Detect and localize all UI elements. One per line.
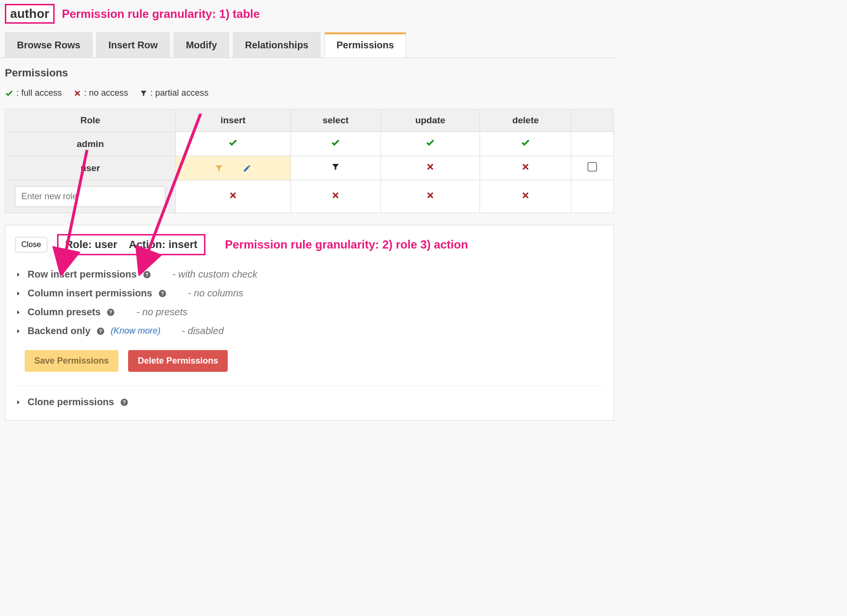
perm-cell[interactable] [291,156,380,180]
chevron-right-icon[interactable] [15,290,22,297]
svg-text:?: ? [109,309,112,315]
perm-cell[interactable] [480,132,571,156]
cross-icon [521,191,530,200]
perm-label: Column presets [28,307,101,318]
filter-icon [215,164,223,173]
help-icon[interactable]: ? [96,327,105,336]
detail-role-label: Role: user [65,238,117,251]
save-permissions-button[interactable]: Save Permissions [25,350,118,372]
col-select: select [291,109,380,132]
button-row: Save Permissions Delete Permissions [15,340,604,386]
chevron-right-icon[interactable] [15,328,22,335]
legend-none: : no access [73,88,128,98]
perm-label: Backend only [28,325,90,337]
clone-row: Clone permissions ? [15,386,604,411]
tab-permissions[interactable]: Permissions [324,32,406,58]
cross-icon [73,89,81,97]
perm-cell[interactable] [380,156,480,180]
chevron-right-icon[interactable] [15,271,22,278]
filter-icon [331,162,340,171]
delete-permissions-button[interactable]: Delete Permissions [128,350,228,372]
annotation-top: Permission rule granularity: 1) table [62,7,260,21]
check-icon [331,138,340,147]
perm-row: Row insert permissions ? - with custom c… [15,265,604,284]
help-icon[interactable]: ? [158,289,167,298]
svg-text:?: ? [123,399,126,405]
role-cell-user: user [5,156,176,180]
cross-icon [521,162,530,171]
close-button[interactable]: Close [15,237,47,252]
table-header-row: author Permission rule granularity: 1) t… [0,0,619,28]
perm-cell[interactable] [380,180,480,213]
legend-none-label: : no access [84,88,128,98]
legend: : full access : no access : partial acce… [5,88,614,98]
checkbox-icon[interactable] [587,162,597,172]
chevron-right-icon[interactable] [15,399,22,406]
legend-partial: : partial access [140,88,208,98]
tab-insert-row[interactable]: Insert Row [96,32,170,58]
perm-label: Column insert permissions [28,288,152,299]
perm-cell[interactable] [571,156,613,180]
tabs: Browse Rows Insert Row Modify Relationsh… [0,28,619,58]
table-row: user [5,156,614,180]
svg-text:?: ? [99,328,102,334]
legend-partial-label: : partial access [150,88,208,98]
table-header-row: Role insert select update delete [5,109,614,132]
perm-row: Backend only ? (Know more) - disabled [15,322,604,340]
table-row: admin [5,132,614,156]
help-icon[interactable]: ? [143,270,151,279]
cross-icon [331,191,340,200]
perm-cell[interactable] [480,156,571,180]
perm-cell[interactable] [380,132,480,156]
chevron-right-icon[interactable] [15,309,22,316]
perm-suffix: - no columns [188,288,244,299]
section-title: Permissions [5,67,614,79]
tab-relationships[interactable]: Relationships [233,32,321,58]
check-icon [228,138,238,147]
new-role-input[interactable] [15,186,165,207]
perm-row: Column presets ? - no presets [15,303,604,322]
col-delete: delete [480,109,571,132]
permissions-table: Role insert select update delete admin u… [5,109,614,213]
perm-cell-highlighted[interactable] [175,156,291,180]
svg-text:?: ? [161,290,164,296]
perm-cell [571,180,613,213]
perm-cell[interactable] [291,132,380,156]
perm-suffix: - no presets [136,307,188,318]
detail-header: Close Role: user Action: insert Permissi… [15,234,604,255]
cross-icon [426,162,435,171]
filter-icon [140,89,147,97]
clone-label: Clone permissions [28,396,114,408]
help-icon[interactable]: ? [106,308,115,317]
legend-full: : full access [5,88,62,98]
cross-icon [229,191,237,200]
perm-label: Row insert permissions [28,269,137,280]
perm-suffix: - with custom check [173,269,258,280]
perm-row: Column insert permissions ? - no columns [15,284,604,303]
col-insert: insert [175,109,291,132]
col-role: Role [5,109,176,132]
perm-cell[interactable] [291,180,380,213]
pencil-icon[interactable] [243,164,251,173]
perm-cell[interactable] [480,180,571,213]
perm-cell[interactable] [175,132,291,156]
col-actions [571,109,613,132]
tab-modify[interactable]: Modify [174,32,229,58]
help-icon[interactable]: ? [120,398,129,407]
check-icon [5,89,14,98]
table-name: author [5,4,55,24]
check-icon [425,138,435,147]
perm-suffix: - disabled [182,325,224,337]
check-icon [521,138,530,147]
tab-browse-rows[interactable]: Browse Rows [5,32,92,58]
legend-full-label: : full access [16,88,62,98]
perm-cell[interactable] [175,180,291,213]
table-row [5,180,614,213]
detail-action-label: Action: insert [129,238,198,251]
svg-text:?: ? [145,271,148,277]
know-more-link[interactable]: (Know more) [111,326,161,336]
role-action-box: Role: user Action: insert [57,234,205,255]
perm-cell [571,132,613,156]
annotation-mid: Permission rule granularity: 2) role 3) … [225,238,468,251]
role-cell-admin: admin [5,132,176,156]
